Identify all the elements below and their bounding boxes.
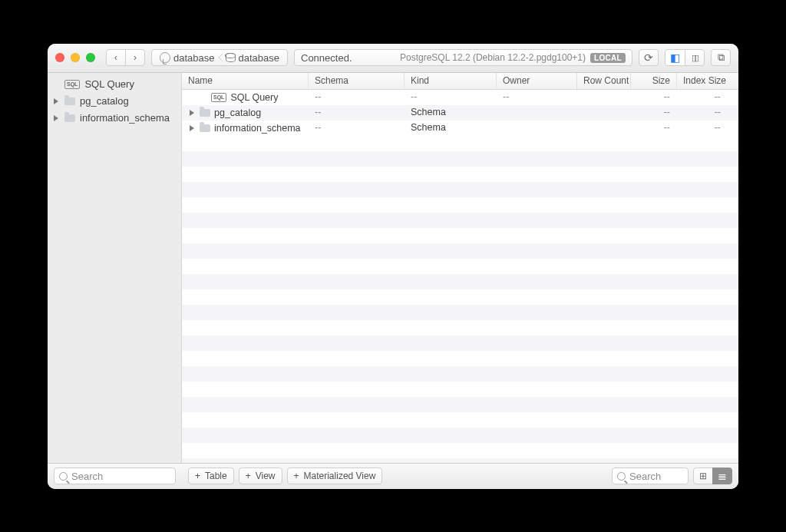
app-window: ‹ › database database Connected. Postgre… <box>48 44 738 489</box>
column-header-size[interactable]: Size <box>631 73 677 89</box>
search-icon <box>59 472 68 481</box>
breadcrumb-label: database <box>239 52 280 64</box>
row-row-count <box>577 90 631 105</box>
list-view-button[interactable] <box>712 468 732 484</box>
row-schema: -- <box>309 121 405 136</box>
breadcrumb-segment-server[interactable]: database <box>155 52 220 64</box>
folder-icon <box>200 124 210 132</box>
column-header-kind[interactable]: Kind <box>405 73 497 89</box>
sidebar-item-sql-query[interactable]: SQL SQL Query <box>48 76 181 93</box>
sql-icon: SQL <box>64 80 80 89</box>
breadcrumb[interactable]: database database <box>151 49 288 66</box>
nav-buttons: ‹ › <box>106 49 145 66</box>
folder-icon <box>64 97 75 105</box>
database-icon <box>226 53 236 62</box>
back-button[interactable]: ‹ <box>106 49 126 66</box>
row-size: -- <box>631 121 677 136</box>
layout-toggle <box>665 49 705 66</box>
plus-icon <box>195 471 202 481</box>
local-badge: LOCAL <box>590 53 626 63</box>
grid-view-button[interactable] <box>693 468 713 484</box>
column-header-owner[interactable]: Owner <box>497 73 577 89</box>
content-search-input[interactable]: Search <box>612 468 689 484</box>
sidebar-item-label: pg_catalog <box>80 95 129 107</box>
disclosure-triangle-icon[interactable] <box>190 125 194 131</box>
column-header-name[interactable]: Name <box>182 73 309 89</box>
sidebar-search-input[interactable]: Search <box>54 468 176 484</box>
search-placeholder: Search <box>71 471 103 482</box>
sidebar-item-information-schema[interactable]: information_schema <box>48 110 181 127</box>
table-row[interactable]: information_schema -- Schema -- -- <box>182 121 738 136</box>
breadcrumb-segment-database[interactable]: database <box>221 52 285 64</box>
column-header-schema[interactable]: Schema <box>309 73 405 89</box>
row-index-size: -- <box>677 90 727 105</box>
new-window-icon <box>718 51 725 64</box>
row-owner <box>497 121 577 136</box>
row-schema: -- <box>309 90 405 105</box>
add-view-button[interactable]: View <box>239 468 282 484</box>
row-name: pg_catalog <box>214 107 261 118</box>
column-header-index-size[interactable]: Index Size <box>677 73 727 89</box>
row-index-size: -- <box>677 105 727 121</box>
row-kind: Schema <box>405 105 497 121</box>
search-icon <box>617 472 626 481</box>
folder-icon <box>64 114 75 122</box>
row-kind: -- <box>405 90 497 105</box>
row-name: SQL Query <box>230 92 278 103</box>
plus-icon <box>246 471 253 481</box>
row-owner <box>497 105 577 121</box>
refresh-icon <box>644 51 653 64</box>
view-mode-toggle <box>693 468 732 484</box>
toggle-panels-button[interactable] <box>685 49 705 66</box>
connection-status-bar: Connected. PostgreSQL 12.2 (Debian 12.2-… <box>294 49 632 66</box>
disclosure-triangle-icon[interactable] <box>54 98 58 104</box>
close-window-button[interactable] <box>55 53 64 62</box>
chevron-left-icon: ‹ <box>114 53 117 62</box>
search-placeholder: Search <box>629 471 661 482</box>
minimize-window-button[interactable] <box>71 53 80 62</box>
sql-icon: SQL <box>211 93 226 102</box>
row-schema: -- <box>309 105 405 121</box>
toggle-sidebar-button[interactable] <box>665 49 685 66</box>
table-row[interactable]: pg_catalog -- Schema -- -- <box>182 105 738 121</box>
breadcrumb-label: database <box>173 52 215 64</box>
panels-icon <box>692 52 698 63</box>
zoom-window-button[interactable] <box>86 53 95 62</box>
disclosure-triangle-icon[interactable] <box>190 110 194 116</box>
sidebar-item-pg-catalog[interactable]: pg_catalog <box>48 93 181 110</box>
row-owner: -- <box>497 90 577 105</box>
chevron-right-icon: › <box>134 53 137 62</box>
row-size: -- <box>631 90 677 105</box>
list-icon <box>718 470 727 482</box>
footer: Search Table View Materialized View Sear… <box>48 463 738 489</box>
table-row[interactable]: SQL SQL Query -- -- -- -- -- <box>182 90 738 105</box>
window-controls <box>55 53 95 62</box>
table-header: Name Schema Kind Owner Row Count Size In… <box>182 73 738 90</box>
refresh-button[interactable] <box>639 49 659 66</box>
row-row-count <box>577 105 631 121</box>
sidebar-icon <box>670 51 680 64</box>
row-size: -- <box>631 105 677 121</box>
elephant-icon <box>160 52 170 63</box>
add-table-button[interactable]: Table <box>188 468 234 484</box>
new-window-button[interactable] <box>711 49 731 66</box>
main-content: Name Schema Kind Owner Row Count Size In… <box>182 73 738 463</box>
toolbar: ‹ › database database Connected. Postgre… <box>48 44 738 73</box>
table-body: SQL SQL Query -- -- -- -- -- pg_catalog <box>182 90 738 463</box>
add-materialized-view-button[interactable]: Materialized View <box>287 468 383 484</box>
empty-rows-filler <box>182 136 738 463</box>
plus-icon <box>294 471 301 481</box>
column-header-row-count[interactable]: Row Count <box>577 73 631 89</box>
row-kind: Schema <box>405 121 497 136</box>
forward-button[interactable]: › <box>125 49 145 66</box>
row-name: information_schema <box>214 123 301 134</box>
grid-icon <box>699 471 707 481</box>
row-row-count <box>577 121 631 136</box>
disclosure-triangle-icon[interactable] <box>54 115 58 121</box>
connection-status: Connected. <box>301 52 352 64</box>
sidebar: SQL SQL Query pg_catalog information_sch… <box>48 73 182 463</box>
body: SQL SQL Query pg_catalog information_sch… <box>48 73 738 463</box>
folder-icon <box>200 109 210 117</box>
sidebar-item-label: information_schema <box>80 112 170 124</box>
row-index-size: -- <box>677 121 727 136</box>
